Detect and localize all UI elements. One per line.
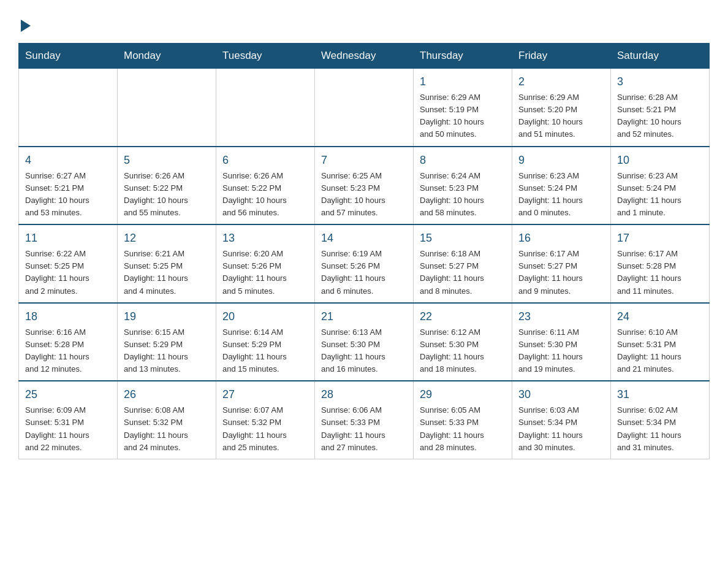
calendar-cell: 14Sunrise: 6:19 AMSunset: 5:26 PMDayligh… [315,224,414,303]
calendar-cell: 18Sunrise: 6:16 AMSunset: 5:28 PMDayligh… [19,303,118,381]
calendar-cell: 23Sunrise: 6:11 AMSunset: 5:30 PMDayligh… [512,303,611,381]
column-header-thursday: Thursday [414,44,512,69]
day-info: Sunrise: 6:15 AMSunset: 5:29 PMDaylight:… [124,326,210,376]
day-info: Sunrise: 6:07 AMSunset: 5:32 PMDaylight:… [222,404,308,454]
calendar-cell: 9Sunrise: 6:23 AMSunset: 5:24 PMDaylight… [512,147,611,225]
calendar-cell [216,69,315,147]
day-number: 28 [321,386,407,403]
column-header-friday: Friday [512,44,611,69]
calendar-cell: 21Sunrise: 6:13 AMSunset: 5:30 PMDayligh… [315,303,414,381]
calendar-cell: 19Sunrise: 6:15 AMSunset: 5:29 PMDayligh… [118,303,216,381]
day-info: Sunrise: 6:13 AMSunset: 5:30 PMDaylight:… [321,326,407,376]
day-info: Sunrise: 6:26 AMSunset: 5:22 PMDaylight:… [222,170,308,220]
day-info: Sunrise: 6:23 AMSunset: 5:24 PMDaylight:… [518,170,604,220]
calendar-cell: 7Sunrise: 6:25 AMSunset: 5:23 PMDaylight… [315,147,414,225]
day-info: Sunrise: 6:17 AMSunset: 5:28 PMDaylight:… [617,248,703,297]
calendar-cell: 27Sunrise: 6:07 AMSunset: 5:32 PMDayligh… [216,381,315,459]
day-number: 18 [25,308,111,325]
calendar-cell: 6Sunrise: 6:26 AMSunset: 5:22 PMDaylight… [216,147,315,225]
column-header-saturday: Saturday [611,44,710,69]
day-info: Sunrise: 6:03 AMSunset: 5:34 PMDaylight:… [518,404,604,454]
column-header-wednesday: Wednesday [315,44,414,69]
day-number: 29 [420,386,506,403]
calendar-week-row: 1Sunrise: 6:29 AMSunset: 5:19 PMDaylight… [19,69,710,147]
column-header-tuesday: Tuesday [216,44,315,69]
day-info: Sunrise: 6:12 AMSunset: 5:30 PMDaylight:… [420,326,506,376]
day-info: Sunrise: 6:11 AMSunset: 5:30 PMDaylight:… [518,326,604,376]
day-number: 31 [617,386,703,403]
day-number: 20 [222,308,308,325]
day-info: Sunrise: 6:24 AMSunset: 5:23 PMDaylight:… [420,170,506,220]
calendar-cell [19,69,118,147]
day-info: Sunrise: 6:21 AMSunset: 5:25 PMDaylight:… [124,248,210,297]
day-info: Sunrise: 6:22 AMSunset: 5:25 PMDaylight:… [25,248,111,297]
calendar-cell: 28Sunrise: 6:06 AMSunset: 5:33 PMDayligh… [315,381,414,459]
calendar-cell [118,69,216,147]
calendar-header-row: SundayMondayTuesdayWednesdayThursdayFrid… [19,44,710,69]
day-info: Sunrise: 6:29 AMSunset: 5:20 PMDaylight:… [518,91,604,141]
page-header [18,15,710,32]
calendar-cell: 13Sunrise: 6:20 AMSunset: 5:26 PMDayligh… [216,224,315,303]
day-info: Sunrise: 6:20 AMSunset: 5:26 PMDaylight:… [222,248,308,297]
calendar-cell [315,69,414,147]
day-number: 11 [25,230,111,247]
day-number: 25 [25,386,111,403]
day-number: 3 [617,74,703,90]
day-number: 9 [518,152,604,169]
calendar-table: SundayMondayTuesdayWednesdayThursdayFrid… [18,43,710,459]
day-number: 16 [518,230,604,247]
day-info: Sunrise: 6:18 AMSunset: 5:27 PMDaylight:… [420,248,506,297]
calendar-cell: 10Sunrise: 6:23 AMSunset: 5:24 PMDayligh… [611,147,710,225]
day-info: Sunrise: 6:10 AMSunset: 5:31 PMDaylight:… [617,326,703,376]
calendar-cell: 16Sunrise: 6:17 AMSunset: 5:27 PMDayligh… [512,224,611,303]
day-number: 15 [420,230,506,247]
day-info: Sunrise: 6:26 AMSunset: 5:22 PMDaylight:… [124,170,210,220]
day-info: Sunrise: 6:09 AMSunset: 5:31 PMDaylight:… [25,404,111,454]
day-number: 7 [321,152,407,169]
day-number: 21 [321,308,407,325]
day-number: 10 [617,152,703,169]
calendar-week-row: 18Sunrise: 6:16 AMSunset: 5:28 PMDayligh… [19,303,710,381]
calendar-week-row: 4Sunrise: 6:27 AMSunset: 5:21 PMDaylight… [19,147,710,225]
day-number: 12 [124,230,210,247]
day-info: Sunrise: 6:27 AMSunset: 5:21 PMDaylight:… [25,170,111,220]
day-number: 2 [518,74,604,90]
day-number: 23 [518,308,604,325]
day-number: 5 [124,152,210,169]
calendar-cell: 22Sunrise: 6:12 AMSunset: 5:30 PMDayligh… [414,303,512,381]
day-number: 1 [420,74,506,90]
day-info: Sunrise: 6:17 AMSunset: 5:27 PMDaylight:… [518,248,604,297]
day-info: Sunrise: 6:05 AMSunset: 5:33 PMDaylight:… [420,404,506,454]
calendar-cell: 12Sunrise: 6:21 AMSunset: 5:25 PMDayligh… [118,224,216,303]
calendar-cell: 4Sunrise: 6:27 AMSunset: 5:21 PMDaylight… [19,147,118,225]
day-info: Sunrise: 6:16 AMSunset: 5:28 PMDaylight:… [25,326,111,376]
day-number: 4 [25,152,111,169]
day-info: Sunrise: 6:08 AMSunset: 5:32 PMDaylight:… [124,404,210,454]
day-number: 30 [518,386,604,403]
column-header-monday: Monday [118,44,216,69]
day-number: 6 [222,152,308,169]
day-info: Sunrise: 6:25 AMSunset: 5:23 PMDaylight:… [321,170,407,220]
calendar-cell: 1Sunrise: 6:29 AMSunset: 5:19 PMDaylight… [414,69,512,147]
calendar-cell: 30Sunrise: 6:03 AMSunset: 5:34 PMDayligh… [512,381,611,459]
calendar-cell: 20Sunrise: 6:14 AMSunset: 5:29 PMDayligh… [216,303,315,381]
calendar-cell: 31Sunrise: 6:02 AMSunset: 5:34 PMDayligh… [611,381,710,459]
day-info: Sunrise: 6:23 AMSunset: 5:24 PMDaylight:… [617,170,703,220]
calendar-cell: 2Sunrise: 6:29 AMSunset: 5:20 PMDaylight… [512,69,611,147]
calendar-cell: 8Sunrise: 6:24 AMSunset: 5:23 PMDaylight… [414,147,512,225]
calendar-cell: 25Sunrise: 6:09 AMSunset: 5:31 PMDayligh… [19,381,118,459]
logo-triangle-icon [21,20,31,32]
calendar-week-row: 25Sunrise: 6:09 AMSunset: 5:31 PMDayligh… [19,381,710,459]
logo [18,15,31,32]
day-info: Sunrise: 6:28 AMSunset: 5:21 PMDaylight:… [617,91,703,141]
day-info: Sunrise: 6:06 AMSunset: 5:33 PMDaylight:… [321,404,407,454]
day-number: 19 [124,308,210,325]
day-number: 22 [420,308,506,325]
day-number: 8 [420,152,506,169]
day-number: 24 [617,308,703,325]
calendar-cell: 11Sunrise: 6:22 AMSunset: 5:25 PMDayligh… [19,224,118,303]
calendar-cell: 15Sunrise: 6:18 AMSunset: 5:27 PMDayligh… [414,224,512,303]
day-number: 17 [617,230,703,247]
calendar-week-row: 11Sunrise: 6:22 AMSunset: 5:25 PMDayligh… [19,224,710,303]
day-info: Sunrise: 6:19 AMSunset: 5:26 PMDaylight:… [321,248,407,297]
